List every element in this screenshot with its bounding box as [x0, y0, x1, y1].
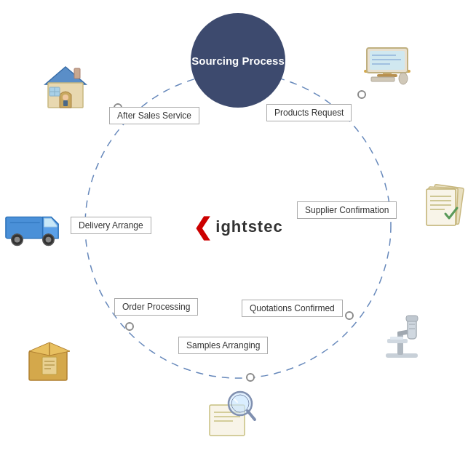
after-sales-service-icon — [36, 61, 95, 112]
svg-point-1 — [358, 91, 365, 98]
svg-point-63 — [63, 95, 68, 100]
svg-rect-20 — [427, 189, 456, 225]
quotations-confirmed-label: Quotations Confirmed — [242, 300, 343, 317]
delivery-arrange-icon — [4, 202, 63, 253]
quotations-confirmed-icon — [373, 311, 431, 362]
svg-rect-10 — [377, 74, 397, 77]
products-request-label: Products Request — [266, 104, 352, 121]
samples-arranging-label: Samples Arranging — [178, 337, 268, 354]
svg-rect-16 — [371, 77, 394, 81]
svg-rect-62 — [74, 68, 80, 79]
svg-line-40 — [247, 411, 255, 420]
after-sales-service-label: After Sales Service — [109, 107, 199, 124]
svg-marker-51 — [44, 218, 57, 227]
svg-rect-29 — [406, 316, 418, 321]
products-request-icon — [358, 40, 416, 91]
supplier-confirmation-label: Supplier Confirmation — [297, 201, 397, 219]
svg-point-3 — [346, 312, 353, 319]
svg-rect-49 — [6, 217, 43, 238]
logo-arrow-icon: ❮ — [193, 213, 213, 241]
center-circle-title: Sourcing Process — [191, 55, 285, 67]
samples-arranging-icon — [202, 388, 261, 439]
svg-point-39 — [231, 395, 249, 412]
svg-rect-44 — [42, 357, 57, 374]
svg-point-5 — [126, 323, 133, 330]
svg-rect-31 — [390, 337, 403, 340]
svg-point-53 — [15, 236, 20, 242]
svg-point-17 — [399, 73, 408, 84]
svg-rect-64 — [63, 100, 68, 106]
logo-text: ightstec — [215, 217, 282, 236]
center-circle: Sourcing Process — [191, 13, 285, 108]
diagram-container: Sourcing Process ❮ ightstec — [0, 0, 476, 453]
svg-point-4 — [247, 374, 254, 381]
order-processing-icon — [20, 333, 79, 384]
svg-point-55 — [46, 236, 52, 242]
logo-container: ❮ ightstec — [193, 213, 282, 241]
supplier-confirmation-icon — [416, 180, 475, 231]
order-processing-label: Order Processing — [114, 298, 198, 316]
delivery-arrange-label: Delivery Arrange — [71, 217, 151, 234]
